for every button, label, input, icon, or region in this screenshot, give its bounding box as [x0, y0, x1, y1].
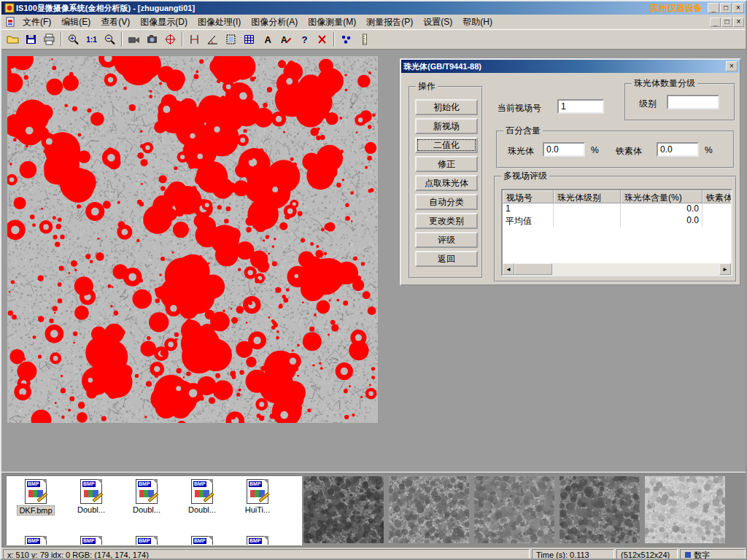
bmp-file-icon: BMP [25, 536, 47, 545]
file-item[interactable]: BMP [8, 536, 63, 545]
minimize-button[interactable]: _ [708, 3, 719, 13]
menu-item-view[interactable]: 查看(V) [96, 15, 135, 30]
init-button[interactable]: 初始化 [415, 99, 478, 115]
save-button[interactable] [22, 31, 40, 48]
cell-pearlite-content: 0.0 [621, 203, 703, 215]
file-item[interactable]: BMP Doubl... [63, 479, 119, 515]
dialog-titlebar[interactable]: 珠光体(GB/T9441-88) × [401, 60, 740, 73]
video-capture-button[interactable] [125, 31, 143, 48]
table-row[interactable]: 1 0.0 [503, 203, 731, 215]
measure-area-button[interactable] [222, 31, 240, 48]
file-item[interactable]: BMP [230, 536, 285, 545]
table-row[interactable]: 平均值 0.0 [503, 215, 731, 227]
cell-pearlite-content: 0.0 [621, 215, 703, 227]
current-field-input[interactable] [557, 99, 604, 114]
menu-item-image-display[interactable]: 图像显示(D) [135, 15, 193, 30]
percent-group: 百分含量 珠光体 % 铁素体 % [496, 131, 735, 168]
help-button[interactable]: ? [295, 31, 313, 48]
change-category-button[interactable]: 更改类别 [415, 213, 478, 229]
toolbar-separator [182, 32, 183, 47]
scroll-left-button[interactable]: ◄ [503, 263, 514, 275]
ruler-button[interactable] [355, 31, 374, 48]
correct-button[interactable]: 修正 [415, 156, 478, 172]
cell-grade [554, 203, 621, 215]
auto-classify-button[interactable]: 自动分类 [415, 194, 478, 210]
scrollbar-thumb[interactable] [514, 263, 552, 275]
menu-item-measure-report[interactable]: 测量报告(P) [361, 15, 418, 30]
menu-item-image-processing[interactable]: 图像处理(I) [193, 15, 246, 30]
grade-input[interactable] [667, 95, 719, 109]
file-label[interactable]: Doubl... [187, 505, 217, 514]
close-button[interactable]: × [732, 3, 744, 13]
header-pearlite-content[interactable]: 珠光体含量(%) [621, 190, 703, 203]
grid-button[interactable] [240, 31, 258, 48]
thumbnail-5[interactable] [645, 476, 725, 543]
delete-annotation-button[interactable] [313, 31, 331, 48]
bmp-file-icon: BMP [136, 536, 158, 545]
multi-field-table[interactable]: 视场号 珠光体级别 珠光体含量(%) 铁素体含量(%) 1 0.0 [501, 189, 732, 276]
new-field-button[interactable]: 新视场 [415, 118, 478, 134]
maximize-button[interactable]: □ [720, 3, 732, 13]
thumbnail-4[interactable] [560, 476, 640, 543]
pick-pearlite-button[interactable]: 点取珠光体 [415, 175, 478, 191]
mdi-restore-button[interactable]: □ [721, 18, 732, 27]
file-item[interactable]: BMP Doubl... [174, 479, 230, 515]
ferrite-input[interactable] [657, 142, 699, 157]
menu-item-image-analysis[interactable]: 图像分析(A) [246, 15, 303, 30]
menu-item-file[interactable]: 文件(F) [18, 15, 56, 30]
file-item[interactable]: BMP [174, 536, 230, 545]
micrograph-image[interactable] [7, 56, 378, 423]
pearlite-input[interactable] [543, 142, 585, 157]
file-item[interactable]: BMP DKF.bmp [8, 479, 63, 516]
thumbnail-3[interactable] [474, 476, 554, 543]
actual-size-button[interactable]: 1:1 [82, 31, 101, 48]
text-button[interactable]: A [258, 31, 276, 48]
camera-button[interactable] [143, 31, 161, 48]
menu-item-edit[interactable]: 编辑(E) [56, 15, 96, 30]
menu-item-image-measure[interactable]: 图像测量(M) [303, 15, 361, 30]
mdi-close-button[interactable]: × [733, 18, 744, 27]
rate-button[interactable]: 评级 [415, 232, 478, 248]
cell-ferrite-content [703, 203, 732, 215]
grid-icon [243, 34, 256, 45]
file-item[interactable]: BMP Doubl... [119, 479, 174, 515]
print-button[interactable] [40, 31, 58, 48]
horizontal-scrollbar[interactable]: ◄ ► [503, 263, 731, 275]
status-image-size: (512x512x24) [616, 549, 678, 560]
zoom-in-button[interactable] [64, 31, 82, 48]
file-item[interactable]: BMP HuiTi... [230, 479, 285, 515]
return-button[interactable]: 返回 [415, 251, 478, 267]
file-item[interactable]: BMP [63, 536, 119, 545]
file-label[interactable]: Doubl... [76, 505, 107, 514]
zoom-out-button[interactable] [101, 31, 119, 48]
capture-target-button[interactable] [161, 31, 179, 48]
binarize-button[interactable]: 二值化 [415, 137, 478, 153]
pearlite-dialog: 珠光体(GB/T9441-88) × 操作 初始化 新视场 二值化 修正 点取珠… [400, 58, 741, 286]
font-button[interactable]: A [276, 31, 295, 48]
thumbnail-1[interactable] [303, 476, 384, 543]
classify-button[interactable] [337, 31, 355, 48]
file-label[interactable]: HuiTi... [244, 505, 271, 514]
file-label[interactable]: Doubl... [131, 505, 162, 514]
bmp-tag: BMP [82, 538, 96, 544]
menu-item-settings[interactable]: 设置(S) [418, 15, 457, 30]
menu-item-help[interactable]: 帮助(H) [457, 15, 498, 30]
bmp-tag: BMP [138, 481, 151, 487]
file-item[interactable]: BMP [119, 536, 174, 545]
cell-grade [554, 215, 621, 227]
mdi-minimize-button[interactable]: _ [710, 18, 721, 27]
measure-length-button[interactable] [185, 31, 204, 48]
scroll-right-button[interactable]: ► [719, 263, 731, 275]
bmp-tag: BMP [27, 538, 40, 544]
header-field-no[interactable]: 视场号 [503, 190, 554, 203]
measure-angle-button[interactable] [204, 31, 222, 48]
open-button[interactable] [4, 31, 22, 48]
file-label[interactable]: DKF.bmp [17, 505, 54, 516]
thumbnail-2[interactable] [389, 476, 469, 543]
svg-text:A: A [264, 34, 271, 45]
dialog-close-button[interactable]: × [726, 61, 738, 71]
file-list[interactable]: BMP DKF.bmp BMP Doubl... BMP Doubl... BM… [6, 475, 302, 545]
header-ferrite-content[interactable]: 铁素体含量(%) [703, 190, 732, 203]
header-pearlite-grade[interactable]: 珠光体级别 [554, 190, 621, 203]
titlebar[interactable]: IS100显微摄像系统(金相分析版) - [zhuguangti01] 滨州仪器… [1, 1, 746, 15]
